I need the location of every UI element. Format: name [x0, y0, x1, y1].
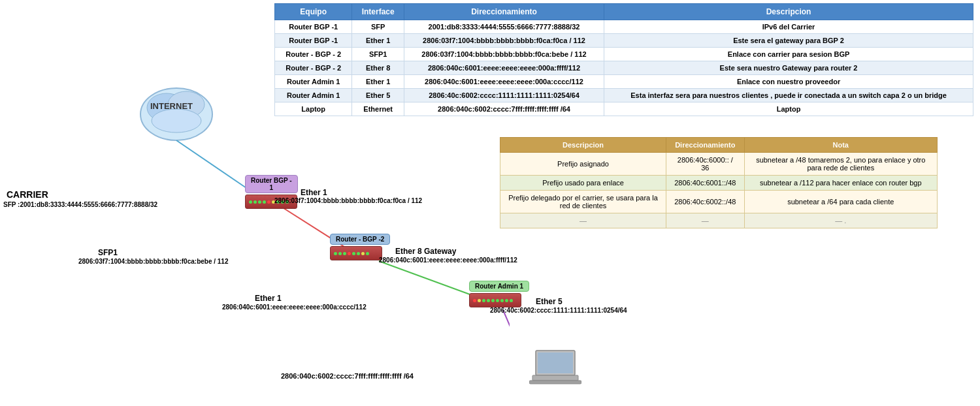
table-row: LaptopEthernet2806:040c:6002:cccc:7fff:f…	[275, 102, 973, 116]
col2-desc: Descripcion	[500, 138, 666, 153]
ether1-bgp1-addr: 2806:03f7:1004:bbbb:bbbb:bbbb:f0ca:f0ca …	[274, 197, 422, 204]
table-row: Prefijo delegado por el carrier, se usar…	[500, 191, 938, 213]
svg-line-4	[176, 140, 248, 189]
svg-rect-10	[532, 375, 578, 381]
carrier-addr: SFP :2001:db8:3333:4444:5555:6666:7777:8…	[3, 201, 157, 208]
router-bgp2-label: Router - BGP -2	[330, 234, 390, 245]
col2-dir: Direccionamiento	[666, 138, 745, 153]
sfp1-label: SFP1	[98, 248, 118, 257]
table-row: Router Admin 1Ether 52806:40c:6002:cccc:…	[275, 89, 973, 102]
table-row: ——— .	[500, 213, 938, 228]
internet-label: INTERNET	[150, 101, 193, 111]
ether1-admin-label: Ether 1	[255, 294, 282, 303]
second-table: Descripcion Direccionamiento Nota Prefij…	[500, 137, 938, 228]
router-admin1-label: Router Admin 1	[469, 281, 529, 292]
col-interface: Interface	[352, 4, 404, 20]
ether8-addr: 2806:040c:6001:eeee:eeee:eeee:000a:ffff/…	[379, 257, 517, 264]
svg-rect-9	[538, 352, 573, 373]
laptop-addr: 2806:040c:6002:cccc:7fff:ffff:ffff:ffff …	[281, 372, 414, 380]
ether1-admin-addr: 2806:040c:6001:eeee:eeee:eeee:000a:cccc/…	[222, 304, 367, 311]
ether8-label: Ether 8 Gateway	[395, 247, 456, 256]
table-row: Router BGP -1SFP2001:db8:3333:4444:5555:…	[275, 20, 973, 34]
ether5-label: Ether 5	[536, 297, 563, 306]
table-row: Router - BGP - 2Ether 82806:040c:6001:ee…	[275, 61, 973, 75]
table-row: Router BGP -1Ether 12806:03f7:1004:bbbb:…	[275, 34, 973, 48]
col-dir: Direccionamiento	[404, 4, 604, 20]
table-row: Prefijo usado para enlace2806:40c:6001::…	[500, 176, 938, 191]
col-equipo: Equipo	[275, 4, 352, 20]
main-table: Equipo Interface Direccionamiento Descri…	[274, 3, 973, 116]
sfp1-addr: 2806:03f7:1004:bbbb:bbbb:bbbb:f0ca:bebe …	[78, 258, 229, 265]
table-row: Router - BGP - 2SFP12806:03f7:1004:bbbb:…	[275, 48, 973, 61]
table-row: Router Admin 1Ether 12806:040c:6001:eeee…	[275, 75, 973, 89]
ether1-bgp1-label: Ether 1	[301, 188, 327, 197]
col2-nota: Nota	[744, 138, 937, 153]
router-admin1: Router Admin 1	[469, 281, 529, 307]
svg-line-7	[503, 310, 510, 356]
svg-rect-11	[529, 381, 581, 384]
carrier-label: CARRIER	[7, 189, 48, 200]
svg-point-0	[140, 88, 212, 140]
ether5-addr: 2806:40c:6002:cccc:1111:1111:1111:0254/6…	[490, 307, 627, 314]
col-desc: Descripcion	[604, 4, 973, 20]
router-bgp1-label: Router BGP -1	[245, 175, 298, 193]
svg-line-6	[379, 261, 477, 297]
laptop	[529, 349, 581, 390]
table-row: Prefijo asignado2806:40c:6000:: / 36subn…	[500, 153, 938, 176]
svg-point-3	[152, 109, 201, 133]
